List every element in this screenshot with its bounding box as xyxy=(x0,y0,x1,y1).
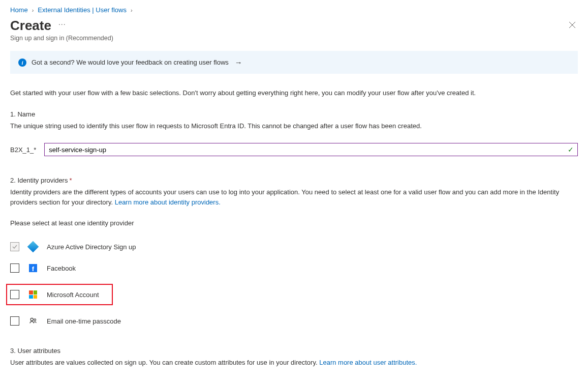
provider-facebook[interactable]: f Facebook xyxy=(10,262,578,274)
idp-prompt: Please select at least one identity prov… xyxy=(10,219,578,227)
svg-point-1 xyxy=(34,319,36,321)
aad-icon xyxy=(28,242,38,251)
header: Create ··· xyxy=(10,18,578,34)
section-idp-desc: Identity providers are the different typ… xyxy=(10,187,578,207)
otp-icon xyxy=(28,316,38,326)
breadcrumb-external-identities[interactable]: External Identities | User flows xyxy=(38,6,127,14)
section-name-desc: The unique string used to identify this … xyxy=(10,121,578,131)
microsoft-icon xyxy=(28,290,38,299)
section-name-heading: 1. Name xyxy=(10,110,578,118)
provider-otp-label: Email one-time passcode xyxy=(47,317,121,325)
chevron-right-icon: › xyxy=(131,7,133,13)
provider-otp[interactable]: Email one-time passcode xyxy=(10,315,578,327)
name-input[interactable] xyxy=(44,143,578,156)
close-button[interactable] xyxy=(567,19,578,33)
page-subtitle: Sign up and sign in (Recommended) xyxy=(10,35,578,42)
page-title: Create xyxy=(10,18,51,34)
provider-facebook-label: Facebook xyxy=(47,265,76,272)
idp-learn-more-link[interactable]: Learn more about identity providers. xyxy=(115,198,221,206)
chevron-right-icon: › xyxy=(32,7,34,13)
provider-msa[interactable]: Microsoft Account xyxy=(6,284,113,305)
section-attr-desc: User attributes are values collected on … xyxy=(10,358,578,368)
facebook-icon: f xyxy=(28,263,38,273)
svg-point-0 xyxy=(30,318,33,320)
provider-aad-checkbox xyxy=(10,242,19,251)
checkmark-icon: ✓ xyxy=(568,145,574,154)
provider-otp-checkbox[interactable] xyxy=(10,316,19,326)
intro-text: Get started with your user flow with a f… xyxy=(10,88,578,98)
attr-learn-more-link[interactable]: Learn more about user attributes. xyxy=(319,359,417,366)
name-prefix: B2X_1_* xyxy=(10,146,36,154)
provider-list: Azure Active Directory Sign up f Faceboo… xyxy=(10,241,578,327)
breadcrumb-home[interactable]: Home xyxy=(10,6,28,14)
section-attr-heading: 3. User attributes xyxy=(10,347,578,355)
section-idp-heading: 2. Identity providers* xyxy=(10,177,578,184)
provider-aad-label: Azure Active Directory Sign up xyxy=(47,243,136,251)
breadcrumb: Home › External Identities | User flows … xyxy=(10,6,578,14)
feedback-banner[interactable]: i Got a second? We would love your feedb… xyxy=(10,51,578,74)
provider-facebook-checkbox[interactable] xyxy=(10,263,19,273)
feedback-text: Got a second? We would love your feedbac… xyxy=(32,58,229,66)
provider-msa-checkbox[interactable] xyxy=(10,290,19,299)
provider-aad: Azure Active Directory Sign up xyxy=(10,241,578,252)
more-options-icon[interactable]: ··· xyxy=(58,20,66,28)
provider-msa-label: Microsoft Account xyxy=(47,291,99,299)
info-icon: i xyxy=(18,58,26,67)
arrow-right-icon: → xyxy=(235,58,242,67)
